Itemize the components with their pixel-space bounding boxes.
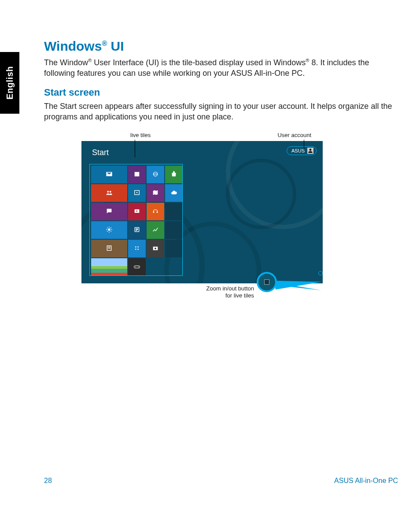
svg-point-9 xyxy=(135,246,136,248)
mail-icon xyxy=(106,171,113,179)
annotation-zoom: Zoom in/out button for live tiles xyxy=(196,285,254,300)
tile-weather[interactable] xyxy=(91,221,127,239)
store-icon xyxy=(170,171,177,179)
tile-grid xyxy=(91,166,183,276)
callout-line xyxy=(135,140,135,157)
tile-people[interactable] xyxy=(91,184,127,202)
product-name: ASUS All-in-One PC xyxy=(334,477,398,485)
ie-icon xyxy=(152,171,159,179)
zoom-button-callout xyxy=(257,272,277,292)
svg-point-1 xyxy=(107,191,109,193)
minus-icon xyxy=(264,279,269,285)
cloud-icon xyxy=(170,189,177,197)
intro-paragraph: The Window® User Interface (UI) is the t… xyxy=(44,57,398,79)
photo-icon xyxy=(133,189,140,197)
people-icon xyxy=(106,189,113,197)
section-paragraph: The Start screen appears after successfu… xyxy=(44,101,398,123)
svg-point-11 xyxy=(135,249,136,250)
tile-news[interactable] xyxy=(128,221,146,239)
calendar-icon xyxy=(133,171,140,179)
language-tab: English xyxy=(0,52,19,114)
page-title: Windows® UI xyxy=(44,39,398,54)
svg-point-14 xyxy=(155,247,156,249)
video-icon xyxy=(133,208,140,216)
maps-icon xyxy=(152,189,159,197)
section-heading: Start screen xyxy=(44,87,398,98)
tile-mail[interactable] xyxy=(91,166,127,183)
tile-settings[interactable] xyxy=(128,240,146,257)
svg-point-16 xyxy=(138,267,139,267)
tile-games[interactable] xyxy=(128,258,146,276)
start-screen: Start ASUS xyxy=(81,141,323,283)
tile-reader[interactable] xyxy=(91,240,127,257)
tile-ie[interactable] xyxy=(147,166,164,183)
camera-icon xyxy=(152,245,159,253)
games-icon xyxy=(133,263,140,271)
news-icon xyxy=(133,226,140,234)
user-account-label: ASUS xyxy=(291,148,305,153)
tile-music[interactable] xyxy=(147,203,164,220)
tile-blank2[interactable] xyxy=(165,221,183,239)
svg-point-6 xyxy=(108,228,110,230)
finance-icon xyxy=(152,226,159,234)
user-account-badge[interactable]: ASUS xyxy=(287,146,317,155)
reader-icon xyxy=(106,245,113,253)
tile-finance[interactable] xyxy=(147,221,164,239)
tile-maps[interactable] xyxy=(147,184,164,202)
tile-photos[interactable] xyxy=(128,184,146,202)
svg-point-15 xyxy=(138,266,138,267)
avatar-icon xyxy=(307,148,313,154)
tile-blank1[interactable] xyxy=(165,203,183,220)
svg-point-12 xyxy=(137,249,139,250)
tile-skydrive[interactable] xyxy=(165,184,183,202)
annotation-live-tiles: live tiles xyxy=(130,132,151,138)
tile-messaging[interactable] xyxy=(91,203,127,220)
chat-icon xyxy=(106,208,113,216)
settings-icon xyxy=(133,245,140,253)
tile-camera[interactable] xyxy=(147,240,164,257)
language-tab-label: English xyxy=(5,66,15,100)
annotation-user-account: User account xyxy=(277,132,311,138)
svg-point-10 xyxy=(137,246,139,248)
svg-point-4 xyxy=(136,192,138,193)
svg-point-2 xyxy=(110,191,111,193)
start-title: Start xyxy=(92,148,109,157)
headphones-icon xyxy=(152,208,159,216)
tile-blank3[interactable] xyxy=(165,240,183,257)
figure: live tiles User account Start ASUS xyxy=(81,132,323,283)
callout-line xyxy=(304,140,304,149)
page-number: 28 xyxy=(44,477,52,485)
tile-calendar[interactable] xyxy=(128,166,146,183)
weather-icon xyxy=(106,226,113,234)
tile-photo-tile[interactable] xyxy=(91,258,127,276)
tile-video[interactable] xyxy=(128,203,146,220)
tile-store[interactable] xyxy=(165,166,183,183)
